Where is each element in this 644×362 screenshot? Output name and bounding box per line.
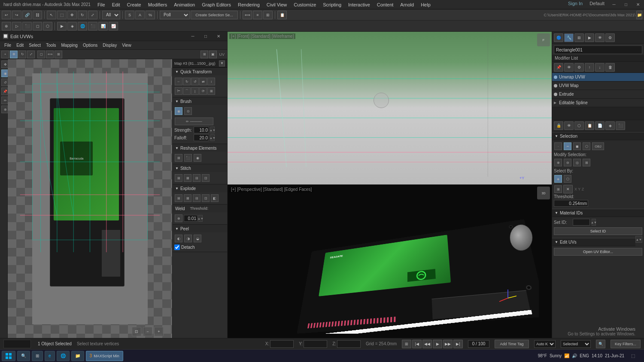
create-selection[interactable]: Create Selection Se... bbox=[191, 11, 238, 19]
selected-dropdown[interactable]: Selected bbox=[561, 340, 591, 348]
mod-down-icon[interactable]: ↓ bbox=[595, 63, 605, 72]
explode-5-icon[interactable]: ◧ bbox=[211, 194, 219, 202]
mod-lock-icon[interactable]: 🔒 bbox=[554, 121, 563, 130]
mod-make-unique-icon[interactable]: ◈ bbox=[605, 121, 615, 130]
mod-paste-icon[interactable]: 📄 bbox=[595, 121, 605, 130]
uv-menu-select[interactable]: Select bbox=[26, 42, 43, 48]
select-id-button[interactable]: Select ID bbox=[554, 227, 642, 235]
quick-transform-header[interactable]: ▼ Quick Transform bbox=[173, 68, 227, 75]
modifier-unwrap[interactable]: Unwrap UVW bbox=[552, 73, 644, 81]
tb2-select[interactable]: ⬛ bbox=[22, 22, 32, 30]
reference-dropdown[interactable]: All bbox=[102, 11, 120, 19]
uv-mirror-icon[interactable]: ⟺ bbox=[46, 51, 54, 58]
select-btn[interactable]: ↖ bbox=[47, 11, 56, 19]
threshold-icon[interactable]: ⊞ bbox=[554, 185, 562, 193]
chrome-btn[interactable]: 🌐 bbox=[57, 351, 70, 361]
perspective-navcube[interactable]: 3D bbox=[537, 187, 550, 199]
rotate-btn[interactable]: ↻ bbox=[78, 11, 87, 19]
mod-configure-icon[interactable]: ⚙ bbox=[574, 63, 584, 72]
select-loop-icon[interactable]: ⊞ bbox=[583, 159, 590, 166]
auto-key-dropdown[interactable]: Auto K bbox=[534, 340, 556, 348]
key-filter-main-btn[interactable]: Key Filters... bbox=[611, 340, 641, 348]
prev-frame-btn[interactable]: |◀ bbox=[412, 340, 422, 348]
peel-header[interactable]: ▼ Peel bbox=[173, 225, 227, 232]
y-coord-input[interactable] bbox=[304, 340, 327, 348]
menu-civil-view[interactable]: Civil View bbox=[263, 1, 290, 8]
stitch-4-icon[interactable]: ⊡ bbox=[202, 174, 210, 182]
explode-1-icon[interactable]: ⊞ bbox=[175, 194, 182, 202]
uv-add-icon[interactable]: + bbox=[1, 51, 9, 58]
menu-animation[interactable]: Animation bbox=[170, 1, 198, 8]
open-uv-editor-button[interactable]: Open UV Editor... bbox=[554, 248, 642, 256]
level-edge-icon[interactable]: ━ bbox=[564, 142, 571, 150]
level-element-icon[interactable]: ⬡ bbox=[583, 142, 590, 150]
qt-flip-v[interactable]: ↕ bbox=[207, 78, 215, 85]
level-vertex-icon[interactable]: · bbox=[554, 142, 562, 150]
scale-btn[interactable]: ⤢ bbox=[88, 11, 97, 19]
map-options-btn[interactable]: ▼ bbox=[219, 60, 225, 66]
select-ring-icon[interactable]: ◎ bbox=[573, 159, 581, 166]
uv-zoom-in-btn[interactable]: + bbox=[154, 327, 164, 336]
unlink-btn[interactable]: ⛓ bbox=[33, 11, 42, 19]
next-frame-btn[interactable]: ▶| bbox=[453, 340, 463, 348]
uv-zoom-out-btn[interactable]: − bbox=[143, 327, 152, 336]
key-filter-btn[interactable]: ⊞ bbox=[402, 340, 411, 348]
threshold-minus-icon[interactable]: ✕ bbox=[563, 185, 573, 193]
viewport-top[interactable]: [+] [Front] [Standard] [Wireframe] F +Y bbox=[228, 32, 552, 185]
uv-menu-display[interactable]: Display bbox=[100, 42, 119, 48]
menu-create[interactable]: Create bbox=[124, 1, 145, 8]
grow-selection-icon[interactable]: ⊕ bbox=[554, 159, 562, 166]
uv-scale-icon[interactable]: ⤢ bbox=[27, 51, 35, 58]
tb2-wire[interactable]: ◻ bbox=[33, 22, 42, 30]
stitch-2-icon[interactable]: ⊠ bbox=[184, 174, 191, 182]
menu-interactive[interactable]: Interactive bbox=[345, 1, 374, 8]
modifier-extrude[interactable]: Extrude bbox=[552, 90, 644, 99]
align-btn[interactable]: ≡ bbox=[253, 11, 262, 19]
reshape-flatten-icon[interactable]: ⊞ bbox=[175, 154, 182, 162]
mod-up-icon[interactable]: ↑ bbox=[585, 63, 594, 72]
threshold-spinner[interactable]: ▲▼ bbox=[198, 215, 203, 222]
selection-header[interactable]: ▼ Selection bbox=[552, 132, 644, 140]
uv-menu-mapping[interactable]: Mapping bbox=[59, 42, 80, 48]
qt-rotate-cw[interactable]: ↻ bbox=[183, 78, 191, 85]
view-dropdown[interactable]: Poll bbox=[160, 11, 190, 19]
menu-scripting[interactable]: Scripting bbox=[319, 1, 345, 8]
falloff-spinner[interactable]: ▲▼ bbox=[210, 134, 215, 141]
brush-relax-icon[interactable]: ◉ bbox=[175, 107, 182, 115]
brush-pencil-icon[interactable]: ✏ ───── bbox=[175, 118, 213, 125]
tb2-environment[interactable]: 🌐 bbox=[78, 22, 87, 30]
tb2-slate[interactable]: 📊 bbox=[98, 22, 108, 30]
rs-modify-icon[interactable]: 🔧 bbox=[564, 33, 574, 42]
brush-header[interactable]: ▼ Brush bbox=[173, 97, 227, 105]
uv-minimize-btn[interactable]: ─ bbox=[187, 32, 199, 41]
select-by-vertex-icon[interactable]: ◈ bbox=[554, 175, 562, 183]
qt-flip-h[interactable]: ⇄ bbox=[199, 78, 207, 85]
set-id-spinner[interactable]: ▲▼ bbox=[592, 219, 596, 226]
array-btn[interactable]: ⊞ bbox=[263, 11, 273, 19]
qt-align-curve[interactable]: ⌒ bbox=[183, 87, 191, 95]
mod-channel-icon[interactable]: ⬡ bbox=[574, 121, 584, 130]
explode-3-icon[interactable]: ⊟ bbox=[193, 194, 200, 202]
qt-scale-fit[interactable]: ⊞ bbox=[207, 87, 215, 95]
windows-start-btn[interactable] bbox=[2, 351, 15, 361]
uv-checker-icon[interactable]: ⊞ bbox=[200, 51, 208, 58]
peel-1-icon[interactable]: ◐ bbox=[175, 235, 182, 242]
qt-move-left[interactable]: ← bbox=[175, 78, 182, 85]
qt-rotate-ccw[interactable]: ↺ bbox=[191, 78, 199, 85]
stitch-3-icon[interactable]: ⊟ bbox=[193, 174, 200, 182]
mod-pin-icon[interactable]: 📌 bbox=[554, 63, 563, 72]
reshape-header[interactable]: ▼ Reshape Elements bbox=[173, 144, 227, 152]
shrink-selection-icon[interactable]: ⊖ bbox=[564, 159, 571, 166]
sign-in-btn[interactable]: Sign In bbox=[565, 0, 586, 9]
snap-toggle[interactable]: S bbox=[125, 11, 134, 19]
maximize-btn[interactable]: □ bbox=[620, 0, 632, 9]
rs-utilities-icon[interactable]: ⚙ bbox=[605, 33, 615, 42]
uv-close-btn[interactable]: ✕ bbox=[213, 32, 225, 41]
tb2-render[interactable]: ▶ bbox=[57, 22, 67, 30]
qt-straighten[interactable]: | bbox=[191, 87, 199, 95]
brush-type2-icon[interactable]: ⊙ bbox=[184, 107, 192, 115]
uv-menu-edit[interactable]: Edit bbox=[14, 42, 26, 48]
menu-edit[interactable]: Edit bbox=[109, 1, 124, 8]
menu-file[interactable]: File bbox=[94, 1, 109, 8]
select-by-edge-icon[interactable]: ⬡ bbox=[564, 175, 571, 183]
